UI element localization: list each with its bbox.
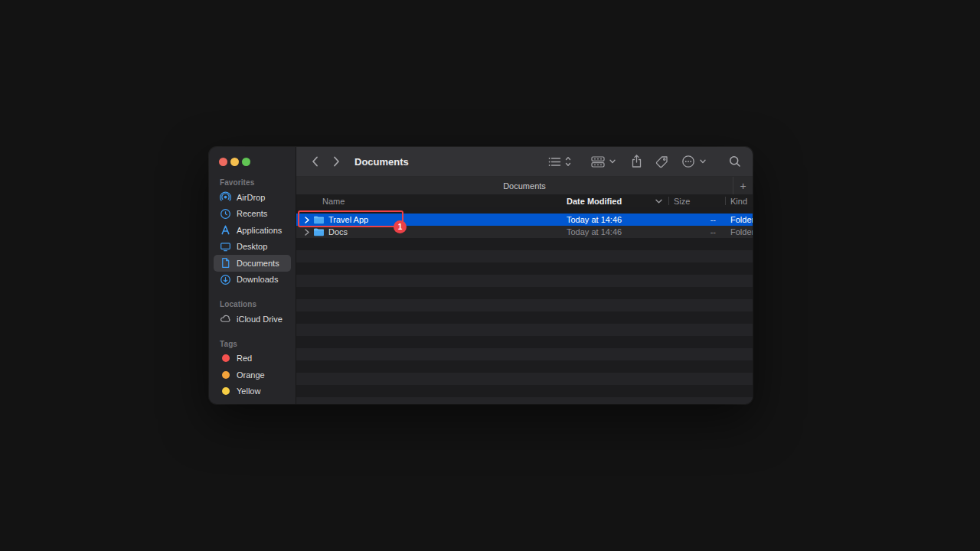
airdrop-icon <box>220 191 231 203</box>
kind-cell: Folder <box>730 227 753 236</box>
more-actions-button[interactable] <box>681 152 706 171</box>
sidebar-item-tag-green[interactable]: Green <box>214 399 291 404</box>
applications-icon <box>220 224 231 236</box>
column-header-name[interactable]: Name <box>322 194 345 207</box>
empty-list-area[interactable] <box>296 238 753 404</box>
toolbar: Documents <box>296 147 753 176</box>
sidebar-item-applications[interactable]: Applications <box>214 222 291 239</box>
disclosure-chevron-icon[interactable] <box>303 217 311 223</box>
sidebar-section-tags: Tags <box>220 340 296 348</box>
sidebar-item-label: Desktop <box>237 242 267 251</box>
column-header-size[interactable]: Size <box>674 194 690 207</box>
column-header-date-modified[interactable]: Date Modified <box>567 194 622 207</box>
tab-documents[interactable]: Documents <box>503 181 546 191</box>
window-title: Documents <box>354 156 409 168</box>
forward-button[interactable] <box>327 152 345 171</box>
green-tag-icon <box>220 402 231 404</box>
column-header-kind[interactable]: Kind <box>730 194 747 207</box>
column-divider[interactable] <box>668 197 669 205</box>
sidebar-item-tag-yellow[interactable]: Yellow <box>214 383 291 400</box>
column-divider[interactable] <box>725 197 726 205</box>
list-view-icon <box>548 157 561 167</box>
tab-bar: Documents + <box>296 176 753 195</box>
yellow-tag-icon <box>220 386 231 397</box>
sidebar: Favorites AirDrop Recents Applicati <box>209 147 296 404</box>
desktop-icon <box>220 241 231 253</box>
sidebar-item-downloads[interactable]: Downloads <box>214 272 291 289</box>
group-by-button[interactable] <box>591 152 616 171</box>
chevron-down-icon <box>609 159 616 164</box>
size-cell: -- <box>668 215 716 224</box>
back-button[interactable] <box>305 152 324 171</box>
minimize-window-button[interactable] <box>230 158 239 166</box>
name-cell: Travel App <box>296 214 564 226</box>
sidebar-item-desktop[interactable]: Desktop <box>214 239 291 256</box>
table-row-docs[interactable]: Docs Today at 14:46 -- Folder <box>296 226 753 238</box>
sidebar-item-label: Recents <box>237 209 267 218</box>
downloads-icon <box>220 274 231 285</box>
orange-tag-icon <box>220 369 231 380</box>
sidebar-item-label: AirDrop <box>237 193 265 202</box>
close-window-button[interactable] <box>219 158 227 166</box>
recents-icon <box>220 208 231 220</box>
folder-icon <box>313 215 325 224</box>
chevron-left-icon <box>312 156 318 167</box>
sidebar-item-icloud-drive[interactable]: iCloud Drive <box>214 311 291 328</box>
up-down-chevrons-icon <box>565 156 571 167</box>
sidebar-item-label: Orange <box>237 370 265 380</box>
sidebar-item-documents[interactable]: Documents <box>214 255 291 272</box>
sidebar-item-label: Downloads <box>237 275 278 284</box>
sidebar-section-locations: Locations <box>220 300 296 308</box>
view-selector-button[interactable] <box>548 152 571 171</box>
name-cell: Docs <box>296 226 564 238</box>
annotation-step-badge: 1 <box>394 220 407 233</box>
chevron-down-icon <box>700 159 706 164</box>
size-cell: -- <box>668 227 716 236</box>
sidebar-item-label: Yellow <box>237 386 260 396</box>
zoom-window-button[interactable] <box>242 158 250 166</box>
sidebar-item-label: Documents <box>237 259 279 268</box>
folder-icon <box>313 227 325 236</box>
disclosure-chevron-icon[interactable] <box>303 229 311 236</box>
sidebar-item-recents[interactable]: Recents <box>214 206 291 223</box>
tags-button[interactable] <box>655 152 668 171</box>
sidebar-item-label: Green <box>237 403 260 404</box>
sidebar-item-tag-red[interactable]: Red <box>214 350 291 367</box>
table-row-travel-app[interactable]: Travel App Today at 14:46 -- Folder <box>296 214 753 226</box>
file-name: Travel App <box>328 215 368 224</box>
sidebar-item-label: Red <box>237 354 252 363</box>
toolbar-icons <box>548 152 753 171</box>
share-button[interactable] <box>631 152 642 171</box>
column-headers: Name Date Modified Size Kind <box>296 194 753 207</box>
kind-cell: Folder <box>730 215 753 224</box>
group-view-icon <box>591 156 605 168</box>
sidebar-item-airdrop[interactable]: AirDrop <box>214 189 291 206</box>
cloud-icon <box>220 313 231 324</box>
chevron-right-icon <box>333 156 340 167</box>
sidebar-item-tag-orange[interactable]: Orange <box>214 367 291 383</box>
date-modified-cell: Today at 14:46 <box>567 227 666 236</box>
file-list: Travel App Today at 14:46 -- Folder Docs <box>296 207 753 404</box>
sort-chevron-icon <box>655 194 662 207</box>
search-button[interactable] <box>729 152 741 171</box>
documents-icon <box>220 257 231 269</box>
red-tag-icon <box>220 353 231 364</box>
sidebar-section-favorites: Favorites <box>220 178 296 187</box>
new-tab-button[interactable]: + <box>733 177 753 195</box>
finder-window: Favorites AirDrop Recents Applicati <box>209 147 753 404</box>
tag-icon <box>655 155 668 168</box>
sidebar-item-label: iCloud Drive <box>237 315 283 324</box>
finder-content: Documents <box>296 147 753 404</box>
date-modified-cell: Today at 14:46 <box>567 215 666 224</box>
sidebar-item-label: Applications <box>237 226 282 235</box>
share-icon <box>631 155 642 168</box>
file-name: Docs <box>328 227 348 236</box>
more-ellipsis-icon <box>681 155 695 168</box>
search-icon <box>729 155 741 168</box>
window-controls <box>209 157 296 166</box>
